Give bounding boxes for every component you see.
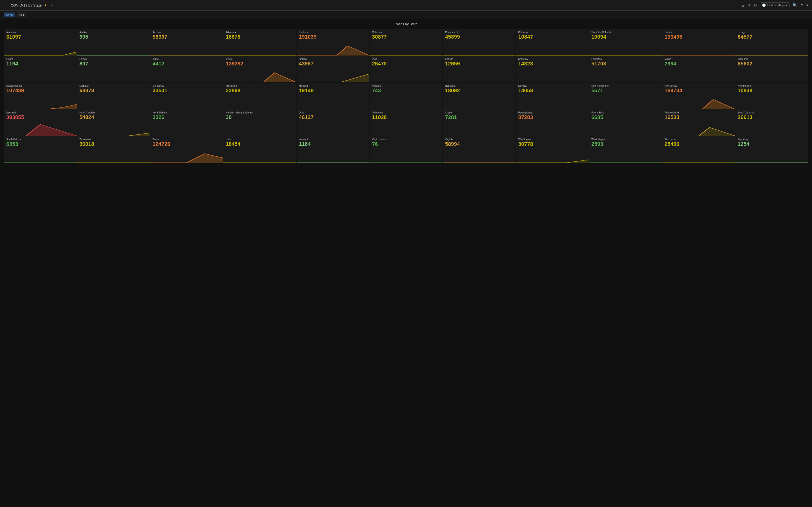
settings-icon[interactable]: ⚙ <box>754 3 757 7</box>
state-cell[interactable]: West Virginia2593 <box>589 136 662 163</box>
state-cell[interactable]: Kansas12659 <box>443 56 516 82</box>
state-cell[interactable]: Delaware10847 <box>516 29 589 56</box>
state-cell[interactable]: Nebraska18092 <box>443 82 516 109</box>
sparkline <box>4 151 77 163</box>
state-cell[interactable]: Iowa26470 <box>369 56 443 82</box>
state-cell[interactable]: Montana743 <box>369 82 443 109</box>
state-name: Nebraska <box>445 84 513 87</box>
sparkline <box>516 151 589 163</box>
state-cell[interactable]: Texas124726 <box>150 136 223 163</box>
state-cell[interactable]: Rhode Island16533 <box>662 109 735 136</box>
share-icon[interactable]: ⋯ <box>50 3 53 7</box>
sparkline <box>369 97 443 109</box>
state-cell[interactable]: Hawaii807 <box>77 56 150 82</box>
sparkline <box>589 151 662 163</box>
state-name: Florida <box>665 31 733 34</box>
state-value: 169734 <box>665 88 733 94</box>
state-cell[interactable]: Idaho4412 <box>150 56 223 82</box>
state-cell[interactable]: Washington30778 <box>516 136 589 163</box>
more-options-icon[interactable]: ▾ <box>806 3 808 7</box>
state-cell[interactable]: North Dakota3326 <box>150 109 223 136</box>
state-cell[interactable]: Virginia58994 <box>443 136 516 163</box>
state-cell[interactable]: Nevada14058 <box>516 82 589 109</box>
state-name: Utah <box>226 138 294 141</box>
download-icon[interactable]: ⬇ <box>748 3 751 7</box>
state-cell[interactable]: Minnesota33501 <box>150 82 223 109</box>
state-cell[interactable]: Alabama31097 <box>4 29 77 56</box>
state-cell[interactable]: Georgia64577 <box>735 29 808 56</box>
favorite-icon[interactable]: ★ <box>44 3 47 7</box>
state-cell[interactable]: Indiana43967 <box>297 56 369 82</box>
state-cell[interactable]: Virgin Islands76 <box>369 136 443 163</box>
state-cell[interactable]: South Dakota6353 <box>4 136 77 163</box>
state-name: Guam <box>6 58 74 60</box>
sparkline <box>77 70 150 82</box>
add-panel-icon[interactable]: ⊞ <box>742 3 745 7</box>
state-value: 10838 <box>738 88 806 94</box>
state-cell[interactable]: California191039 <box>297 29 369 56</box>
state-cell[interactable]: Arkansas16678 <box>223 29 296 56</box>
state-name: New Mexico <box>738 84 806 87</box>
state-value: 191039 <box>299 34 367 40</box>
state-cell[interactable]: Connecticut45899 <box>443 29 516 56</box>
state-cell[interactable]: Guam1194 <box>4 56 77 82</box>
state-cell[interactable]: Wisconsin25496 <box>662 136 735 163</box>
state-cell[interactable]: Pennsylvania87283 <box>516 109 589 136</box>
state-cell[interactable]: Colorado30877 <box>369 29 443 56</box>
state-name: Indiana <box>299 58 367 60</box>
state-cell[interactable]: New Mexico10838 <box>735 82 808 109</box>
state-cell[interactable]: New Hampshire5571 <box>589 82 662 109</box>
state-cell[interactable]: Tennessee36018 <box>77 136 150 163</box>
state-cell[interactable]: Arizona58397 <box>150 29 223 56</box>
state-cell[interactable]: Ohio46127 <box>297 109 369 136</box>
state-value: 65602 <box>738 61 806 67</box>
state-cell[interactable]: Michigan68373 <box>77 82 150 109</box>
state-cell[interactable]: Utah18454 <box>223 136 296 163</box>
state-cell[interactable]: Puerto Rico6685 <box>589 109 662 136</box>
state-cell[interactable]: Oregon7281 <box>443 109 516 136</box>
state-value: 54824 <box>80 114 148 120</box>
state-cell[interactable]: Wyoming1254 <box>735 136 808 163</box>
state-cell[interactable]: Alaska905 <box>77 29 150 56</box>
state-name: Northern Mariana Islands <box>226 111 294 114</box>
state-name: South Carolina <box>738 111 806 114</box>
state-cell[interactable]: Missouri19148 <box>297 82 369 109</box>
state-value: 26470 <box>372 61 440 67</box>
state-name: Mississippi <box>226 84 294 87</box>
state-cell[interactable]: South Carolina26613 <box>735 109 808 136</box>
time-filter[interactable]: 🕐 Last 60 days ▾ <box>760 2 790 8</box>
back-button[interactable]: ← <box>4 3 8 8</box>
state-cell[interactable]: North Carolina54824 <box>77 109 150 136</box>
state-cell[interactable]: Kentucky14323 <box>516 56 589 82</box>
state-filter-button[interactable]: State <box>4 12 15 17</box>
sparkline <box>735 44 808 56</box>
state-cell[interactable]: Vermont1164 <box>297 136 369 163</box>
state-value: 76 <box>372 141 440 147</box>
state-cell[interactable]: Maryland65602 <box>735 56 808 82</box>
state-name: North Carolina <box>80 111 148 114</box>
zoom-out-icon[interactable]: 🔍 <box>793 3 797 7</box>
state-cell[interactable]: District of Columbia10094 <box>589 29 662 56</box>
state-value: 139282 <box>226 61 294 67</box>
state-cell[interactable]: Northern Mariana Islands30 <box>223 109 296 136</box>
sparkline <box>369 124 443 136</box>
sparkline <box>589 44 662 56</box>
sparkline <box>297 97 369 109</box>
state-cell[interactable]: Maine2994 <box>662 56 735 82</box>
state-name: South Dakota <box>6 138 74 141</box>
state-cell[interactable]: New York393855 <box>4 109 77 136</box>
state-cell[interactable]: Louisiana51708 <box>589 56 662 82</box>
state-cell[interactable]: Massachusetts107439 <box>4 82 77 109</box>
refresh-icon[interactable]: ↻ <box>800 3 803 7</box>
state-cell[interactable]: New Jersey169734 <box>662 82 735 109</box>
state-cell[interactable]: Oklahoma11028 <box>369 109 443 136</box>
state-cell[interactable]: Mississippi22898 <box>223 82 296 109</box>
state-name: North Dakota <box>152 111 221 114</box>
all-filter-dropdown[interactable]: All ▾ <box>17 12 26 17</box>
state-cell[interactable]: Illinois139282 <box>223 56 296 82</box>
header-right: ⊞ ⬇ ⚙ 🕐 Last 60 days ▾ 🔍 ↻ ▾ <box>742 2 808 8</box>
state-cell[interactable]: Florida103495 <box>662 29 735 56</box>
sparkline <box>369 70 443 82</box>
sparkline <box>662 124 735 136</box>
state-name: Illinois <box>226 58 294 60</box>
